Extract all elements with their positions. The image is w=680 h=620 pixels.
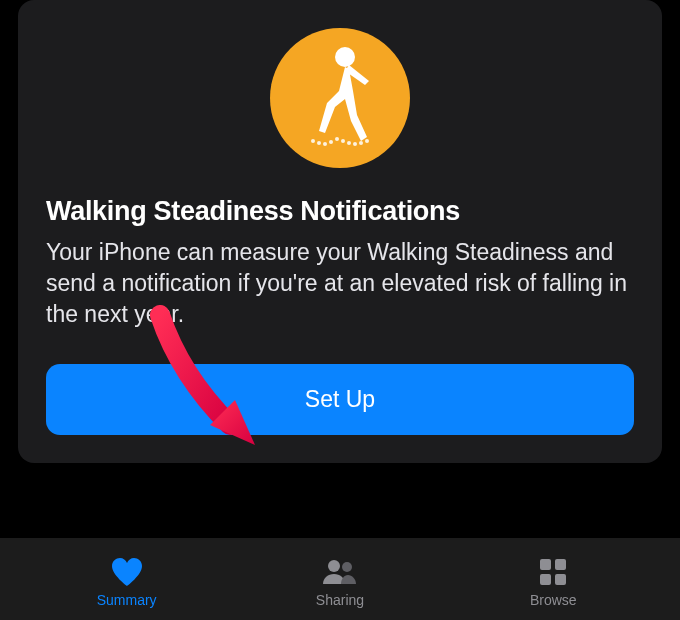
svg-point-6 (341, 139, 345, 143)
svg-point-1 (311, 139, 315, 143)
svg-point-9 (359, 141, 363, 145)
tab-summary[interactable]: Summary (20, 556, 233, 608)
svg-point-13 (342, 562, 352, 572)
svg-rect-14 (540, 559, 551, 570)
svg-point-0 (335, 47, 355, 67)
svg-rect-16 (540, 574, 551, 585)
people-icon (319, 556, 361, 588)
svg-point-2 (317, 141, 321, 145)
svg-point-5 (335, 137, 339, 141)
tab-label: Browse (530, 592, 577, 608)
tab-label: Sharing (316, 592, 364, 608)
svg-point-7 (347, 141, 351, 145)
tab-sharing[interactable]: Sharing (233, 556, 446, 608)
card-title: Walking Steadiness Notifications (46, 196, 460, 227)
svg-point-4 (329, 140, 333, 144)
tab-browse[interactable]: Browse (447, 556, 660, 608)
svg-point-8 (353, 142, 357, 146)
svg-rect-17 (555, 574, 566, 585)
svg-point-10 (365, 139, 369, 143)
svg-point-12 (328, 560, 340, 572)
walking-steadiness-icon (270, 28, 410, 168)
card-description: Your iPhone can measure your Walking Ste… (46, 237, 634, 330)
svg-point-3 (323, 142, 327, 146)
walking-steadiness-card: Walking Steadiness Notifications Your iP… (18, 0, 662, 463)
heart-icon (110, 556, 144, 588)
set-up-button[interactable]: Set Up (46, 364, 634, 435)
tab-bar: Summary Sharing Browse (0, 538, 680, 620)
grid-icon (539, 556, 567, 588)
tab-label: Summary (97, 592, 157, 608)
svg-rect-15 (555, 559, 566, 570)
